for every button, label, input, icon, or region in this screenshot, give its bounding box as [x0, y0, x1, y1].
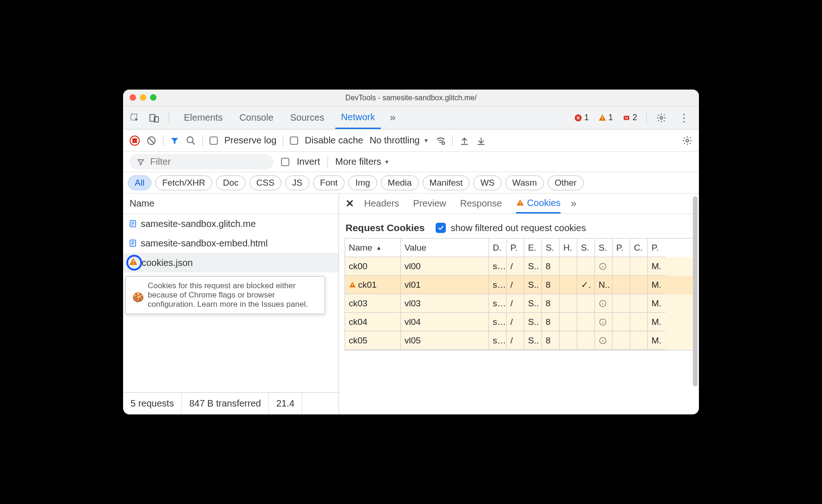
separator	[283, 135, 283, 146]
svg-point-7	[660, 116, 663, 119]
more-tabs-icon[interactable]: »	[390, 112, 396, 124]
cookie-cell	[595, 313, 613, 331]
type-pill-media[interactable]: Media	[381, 175, 419, 190]
column-header[interactable]: C.	[630, 239, 648, 257]
errors-count[interactable]: 1	[574, 113, 589, 123]
more-filters-dropdown[interactable]: More filters ▼	[335, 156, 390, 167]
type-pill-manifest[interactable]: Manifest	[423, 175, 470, 190]
scrollbar[interactable]	[693, 196, 698, 387]
request-name: cookies.json	[142, 258, 193, 268]
cookie-cell	[577, 331, 595, 350]
errors-number: 1	[584, 113, 589, 123]
type-pill-font[interactable]: Font	[313, 175, 345, 190]
filter-toggle-icon[interactable]	[170, 136, 179, 145]
upload-har-icon[interactable]	[459, 136, 470, 146]
column-header[interactable]: P.	[613, 239, 630, 257]
column-header[interactable]: S.	[577, 239, 595, 257]
column-header[interactable]: S.	[542, 239, 560, 257]
disable-cache-checkbox[interactable]	[290, 136, 298, 145]
search-icon[interactable]	[186, 136, 196, 146]
clear-icon[interactable]	[146, 136, 157, 146]
column-header[interactable]: Value	[401, 239, 489, 257]
tab-console[interactable]: Console	[234, 106, 279, 129]
cookie-cell: ck01	[345, 276, 401, 294]
devtools-window: DevTools - samesite-sandbox.glitch.me/ E…	[123, 90, 699, 414]
show-filtered-checkbox[interactable]	[436, 223, 446, 233]
type-pill-img[interactable]: Img	[348, 175, 377, 190]
throttling-select[interactable]: No throttling ▼	[370, 135, 429, 146]
cookie-cell: s…	[489, 276, 507, 294]
detail-tab-response[interactable]: Response	[460, 194, 502, 213]
zoom-window-button[interactable]	[150, 94, 157, 101]
column-header[interactable]: H.	[560, 239, 577, 257]
show-filtered-label: show filtered out request cookies	[450, 223, 586, 233]
tab-elements[interactable]: Elements	[178, 106, 228, 129]
request-row[interactable]: samesite-sandbox.glitch.me	[123, 214, 339, 233]
close-detail-icon[interactable]: ✕	[346, 198, 354, 210]
separator	[169, 112, 169, 123]
type-pill-other[interactable]: Other	[548, 175, 584, 190]
type-pill-js[interactable]: JS	[285, 175, 309, 190]
check-icon	[437, 224, 444, 232]
record-button[interactable]	[130, 136, 140, 146]
cookie-row[interactable]: ck05vl05s…/S..8M.	[345, 331, 693, 350]
type-pill-doc[interactable]: Doc	[216, 175, 246, 190]
minimize-window-button[interactable]	[140, 94, 146, 101]
document-icon	[129, 220, 137, 228]
cookie-cell	[577, 257, 595, 276]
more-detail-tabs-icon[interactable]: »	[571, 198, 576, 210]
kebab-menu-icon[interactable]: ⋮	[676, 111, 692, 124]
status-transferred: 847 B transferred	[182, 393, 269, 414]
column-header[interactable]: S.	[595, 239, 613, 257]
cookie-icon: 🍪	[132, 292, 144, 309]
issues-count[interactable]: 2	[622, 113, 637, 123]
cookie-row[interactable]: ck04vl04s…/S..8M.	[345, 313, 693, 331]
request-row[interactable]: cookies.json	[123, 253, 339, 272]
settings-icon[interactable]	[656, 113, 666, 123]
cookie-cell: M.	[648, 313, 665, 331]
cookie-row[interactable]: ck00vl00s…/S..8M.	[345, 257, 693, 276]
detail-tabs: HeadersPreviewResponseCookies	[364, 194, 561, 213]
request-cookies-header: Request Cookies show filtered out reques…	[339, 214, 699, 238]
invert-checkbox[interactable]	[281, 158, 289, 166]
inspect-icon[interactable]	[130, 113, 140, 123]
filter-input[interactable]	[149, 156, 266, 168]
detail-tab-bar: ✕ HeadersPreviewResponseCookies »	[339, 194, 699, 214]
column-header[interactable]: P.	[507, 239, 524, 257]
tab-network[interactable]: Network	[335, 106, 380, 129]
request-cookies-title: Request Cookies	[346, 222, 424, 233]
column-header[interactable]: E.	[524, 239, 542, 257]
network-settings-icon[interactable]	[682, 136, 692, 146]
request-list-header: Name	[123, 194, 339, 214]
column-header[interactable]: D.	[489, 239, 507, 257]
detail-tab-headers[interactable]: Headers	[364, 194, 399, 213]
download-har-icon[interactable]	[476, 136, 486, 146]
close-window-button[interactable]	[130, 94, 136, 101]
request-row[interactable]: samesite-sandbox-embed.html	[123, 233, 339, 253]
device-toggle-icon[interactable]	[149, 113, 159, 123]
type-pill-all[interactable]: All	[128, 175, 151, 190]
type-pill-ws[interactable]: WS	[473, 175, 502, 190]
preserve-log-checkbox[interactable]	[209, 136, 218, 145]
cookie-cell: s…	[489, 257, 507, 276]
cookie-row[interactable]: ck01vl01s…/S..8✓.N..M.	[345, 276, 693, 294]
warnings-count[interactable]: 1	[598, 113, 613, 123]
tab-sources[interactable]: Sources	[285, 106, 330, 129]
status-time: 21.4	[269, 393, 302, 414]
column-header[interactable]: P.	[648, 239, 665, 257]
separator	[163, 135, 163, 146]
filter-input-wrapper[interactable]	[130, 154, 274, 169]
svg-rect-17	[520, 204, 521, 205]
cookie-cell: /	[507, 257, 524, 276]
column-header[interactable]: Name▲	[345, 239, 401, 257]
cookie-cell: vl04	[401, 313, 489, 331]
cookie-row[interactable]: ck03vl03s…/S..8M.	[345, 294, 693, 313]
detail-tab-cookies[interactable]: Cookies	[516, 194, 561, 213]
type-pill-css[interactable]: CSS	[249, 175, 281, 190]
type-pill-fetch-xhr[interactable]: Fetch/XHR	[155, 175, 212, 190]
type-pill-wasm[interactable]: Wasm	[505, 175, 544, 190]
cookie-cell	[595, 331, 613, 350]
chevron-down-icon: ▼	[384, 159, 390, 165]
detail-tab-preview[interactable]: Preview	[413, 194, 446, 213]
network-conditions-icon[interactable]	[436, 136, 446, 146]
